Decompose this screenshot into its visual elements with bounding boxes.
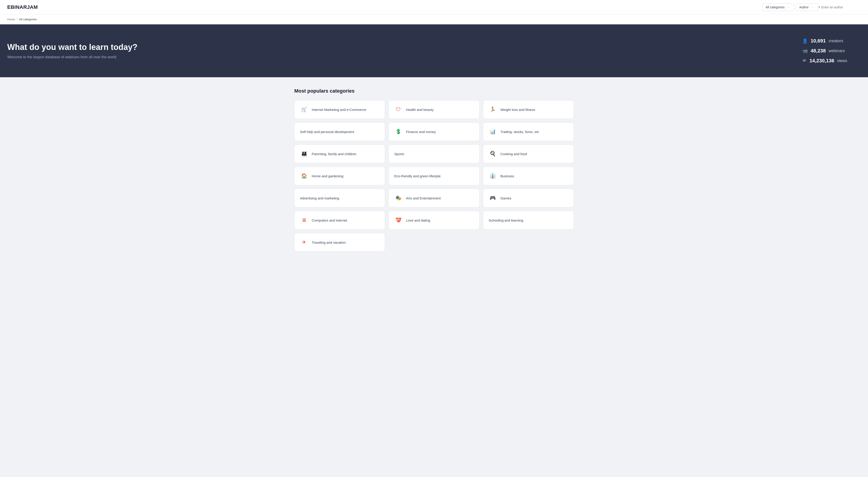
category-card-eco-friendly[interactable]: Eco-friendly and green lifestyle — [389, 167, 479, 185]
category-icon-love-dating: 💝 — [394, 216, 402, 224]
category-label-finance-money: Finance and money — [406, 130, 436, 134]
category-label-traveling-vacation: Traveling and vacation — [312, 241, 346, 244]
category-icon-games: 🎮 — [489, 194, 497, 202]
stat-number-1: 48,238 — [811, 48, 826, 54]
hero-stats: 👤 10,691 creators 📹 48,238 webinars 👁 14… — [802, 38, 847, 64]
header: EBINARJAM All categories ··· Author ··· … — [0, 0, 868, 14]
category-icon-finance-money: 💲 — [394, 128, 402, 136]
category-card-schooling-learning[interactable]: Schooling and learning — [483, 211, 574, 230]
category-label-computers-internet: Computers and internet — [312, 218, 347, 222]
category-filter-dots: ··· — [786, 5, 791, 9]
main-content: Most populars categories 🛒 Internet Mark… — [287, 77, 581, 263]
category-icon-weight-loss: 🏃 — [489, 105, 497, 113]
category-card-trading[interactable]: 📊 Trading: stocks, forex, etc — [483, 123, 574, 141]
category-card-traveling-vacation[interactable]: ✈ Traveling and vacation — [294, 233, 385, 251]
category-card-home-gardening[interactable]: 🏠 Home and gardening — [294, 167, 385, 185]
author-input[interactable] — [821, 5, 861, 9]
stat-item-0: 👤 10,691 creators — [802, 38, 847, 44]
header-filters: All categories ··· Author ··· × — [761, 3, 861, 11]
category-card-finance-money[interactable]: 💲 Finance and money — [389, 123, 479, 141]
category-label-love-dating: Love and dating — [406, 218, 430, 222]
category-card-health-beauty[interactable]: 🛡 Health and beauty — [389, 100, 479, 119]
stat-icon-2: 👁 — [802, 58, 807, 64]
stat-item-2: 👁 14,230,136 views — [802, 58, 847, 64]
category-icon-health-beauty: 🛡 — [394, 105, 402, 113]
category-label-advertising: Advertising and marketing — [300, 196, 339, 200]
breadcrumb: Home ^ All categories — [0, 14, 868, 24]
category-label-health-beauty: Health and beauty — [406, 108, 434, 111]
hero-left: What do you want to learn today? Welcome… — [7, 42, 137, 59]
category-card-games[interactable]: 🎮 Games — [483, 189, 574, 207]
category-label-eco-friendly: Eco-friendly and green lifestyle — [394, 174, 440, 178]
category-label-games: Games — [500, 196, 511, 200]
categories-grid: 🛒 Internet Marketing and e-Commerce 🛡 He… — [294, 100, 574, 251]
category-card-advertising[interactable]: Advertising and marketing — [294, 189, 385, 207]
stat-icon-0: 👤 — [802, 38, 808, 43]
category-icon-business: 👔 — [489, 172, 497, 180]
hero-subtitle: Welcome to the largest database of webin… — [7, 55, 137, 59]
category-card-cooking-food[interactable]: 🍳 Cooking and food — [483, 144, 574, 163]
category-label-schooling-learning: Schooling and learning — [489, 218, 523, 222]
category-icon-internet-marketing: 🛒 — [300, 105, 308, 113]
breadcrumb-home[interactable]: Home — [7, 18, 15, 21]
category-filter-label: All categories — [766, 5, 784, 9]
category-icon-traveling-vacation: ✈ — [300, 238, 308, 246]
category-label-cooking-food: Cooking and food — [500, 152, 527, 156]
category-filter-pill[interactable]: All categories ··· — [762, 3, 794, 11]
logo: EBINARJAM — [7, 4, 38, 10]
hero-section: What do you want to learn today? Welcome… — [0, 24, 868, 77]
stat-item-1: 📹 48,238 webinars — [802, 48, 847, 54]
category-icon-parenting: 👨‍👩‍👧 — [300, 150, 308, 158]
category-card-weight-loss[interactable]: 🏃 Weight loss and fitness — [483, 100, 574, 119]
category-label-arts-entertainment: Arts and Entertainment — [406, 196, 440, 200]
category-card-love-dating[interactable]: 💝 Love and dating — [389, 211, 479, 230]
breadcrumb-current: All categories — [19, 18, 37, 21]
author-filter-label: Author — [799, 5, 809, 9]
stat-label-1: webinars — [829, 48, 845, 53]
category-label-trading: Trading: stocks, forex, etc — [500, 130, 539, 134]
hero-title: What do you want to learn today? — [7, 42, 137, 52]
category-card-internet-marketing[interactable]: 🛒 Internet Marketing and e-Commerce — [294, 100, 385, 119]
category-card-self-help[interactable]: Self help and personal development — [294, 123, 385, 141]
category-card-arts-entertainment[interactable]: 🎭 Arts and Entertainment — [389, 189, 479, 207]
close-icon[interactable]: × — [818, 5, 820, 9]
stat-label-2: views — [837, 59, 847, 63]
category-label-sports: Sports — [394, 152, 404, 156]
category-label-business: Business — [500, 174, 514, 178]
category-icon-arts-entertainment: 🎭 — [394, 194, 402, 202]
category-card-computers-internet[interactable]: 🖥 Computers and internet — [294, 211, 385, 230]
category-label-weight-loss: Weight loss and fitness — [500, 108, 535, 111]
category-label-home-gardening: Home and gardening — [312, 174, 343, 178]
category-icon-trading: 📊 — [489, 128, 497, 136]
stat-label-0: creators — [829, 39, 843, 43]
category-label-internet-marketing: Internet Marketing and e-Commerce — [312, 108, 366, 111]
category-card-business[interactable]: 👔 Business — [483, 167, 574, 185]
category-card-parenting[interactable]: 👨‍👩‍👧 Parenting, family and children — [294, 144, 385, 163]
stat-number-0: 10,691 — [811, 38, 826, 44]
category-icon-computers-internet: 🖥 — [300, 216, 308, 224]
category-icon-home-gardening: 🏠 — [300, 172, 308, 180]
breadcrumb-separator: ^ — [17, 18, 18, 21]
stat-icon-1: 📹 — [802, 48, 808, 54]
author-filter-dots: ··· — [810, 5, 815, 9]
author-filter-pill[interactable]: Author ··· — [796, 3, 818, 11]
category-icon-cooking-food: 🍳 — [489, 150, 497, 158]
category-card-sports[interactable]: Sports — [389, 144, 479, 163]
section-title: Most populars categories — [294, 88, 574, 94]
category-label-self-help: Self help and personal development — [300, 130, 354, 134]
category-label-parenting: Parenting, family and children — [312, 152, 356, 156]
stat-number-2: 14,230,136 — [809, 58, 834, 64]
